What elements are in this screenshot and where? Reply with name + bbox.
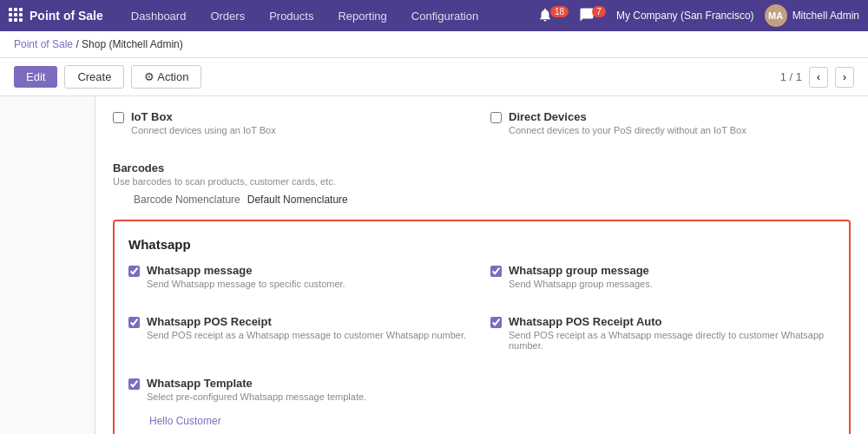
svg-rect-2 (19, 8, 23, 11)
svg-rect-7 (14, 18, 17, 22)
notifications-badge: 18 (550, 6, 569, 17)
main-navigation: Dashboard Orders Products Reporting Conf… (121, 4, 537, 28)
svg-rect-5 (19, 13, 23, 16)
whatsapp-heading: Whatsapp (128, 237, 835, 252)
user-name: Mitchell Admin (792, 10, 859, 22)
breadcrumb-current: Shop (Mitchell Admin) (82, 38, 183, 50)
user-avatar: MA (765, 4, 787, 27)
direct-devices-checkbox[interactable] (490, 112, 502, 123)
nav-products[interactable]: Products (259, 4, 324, 28)
whatsapp-row-2: Whatsapp POS Receipt Send POS receipt as… (128, 315, 835, 363)
whatsapp-group-item: Whatsapp group message Send Whatsapp gro… (490, 264, 835, 301)
whatsapp-pos-receipt-desc: Send POS receipt as a Whatsapp message t… (147, 330, 466, 340)
nav-orders[interactable]: Orders (200, 4, 255, 28)
pagination-label: 1 / 1 (780, 70, 802, 83)
hello-customer-link[interactable]: Hello Customer (149, 415, 221, 427)
whatsapp-pos-receipt-auto-item: Whatsapp POS Receipt Auto Send POS recei… (490, 315, 835, 363)
barcode-nomenclature-value: Default Nomenclature (247, 194, 348, 206)
breadcrumb-root[interactable]: Point of Sale (14, 38, 73, 50)
svg-rect-6 (9, 18, 12, 22)
toolbar: Edit Create ⚙ Action 1 / 1 ‹ › (0, 58, 868, 96)
direct-devices-row: Direct Devices Connect devices to your P… (490, 110, 851, 135)
whatsapp-group-label: Whatsapp group message (509, 264, 653, 277)
whatsapp-row-1: Whatsapp message Send Whatsapp message t… (128, 264, 835, 301)
barcodes-section: Barcodes Use barcodes to scan products, … (113, 161, 851, 206)
iot-section: IoT Box Connect devices using an IoT Box… (113, 110, 851, 148)
breadcrumb: Point of Sale / Shop (Mitchell Admin) (0, 31, 868, 58)
barcode-nomenclature-label: Barcode Nomenclature (134, 194, 240, 206)
whatsapp-message-desc: Send Whatsapp message to specific custom… (147, 279, 345, 289)
whatsapp-section: Whatsapp Whatsapp message Send Whatsapp … (113, 220, 851, 434)
notifications-icon[interactable]: 18 (537, 7, 569, 25)
action-button[interactable]: ⚙ Action (131, 65, 201, 89)
direct-devices-desc: Connect devices to your PoS directly wit… (509, 125, 746, 135)
user-menu[interactable]: MA Mitchell Admin (765, 4, 859, 27)
left-sidebar (0, 96, 95, 434)
top-navigation: Point of Sale Dashboard Orders Products … (0, 0, 868, 31)
messages-icon[interactable]: 7 (579, 7, 606, 25)
svg-rect-1 (14, 8, 17, 11)
direct-devices-item: Direct Devices Connect devices to your P… (490, 110, 851, 148)
nav-reporting[interactable]: Reporting (327, 4, 397, 28)
whatsapp-pos-receipt-checkbox[interactable] (128, 317, 140, 328)
whatsapp-row-3: Whatsapp Template Select pre-configured … (128, 377, 835, 427)
prev-record-button[interactable]: ‹ (809, 67, 828, 88)
company-label: My Company (San Francisco) (616, 10, 754, 22)
svg-rect-4 (14, 13, 17, 16)
messages-badge: 7 (592, 6, 606, 17)
iot-box-item: IoT Box Connect devices using an IoT Box (113, 110, 473, 148)
svg-rect-3 (9, 13, 12, 16)
direct-devices-label: Direct Devices (509, 110, 746, 123)
whatsapp-group-desc: Send Whatsapp group messages. (509, 279, 653, 289)
barcodes-heading: Barcodes (113, 161, 851, 174)
iot-box-row: IoT Box Connect devices using an IoT Box (113, 110, 473, 135)
whatsapp-pos-receipt-auto-checkbox[interactable] (490, 317, 502, 328)
iot-box-desc: Connect devices using an IoT Box (131, 125, 276, 135)
barcode-nomenclature-row: Barcode Nomenclature Default Nomenclatur… (134, 194, 851, 206)
whatsapp-message-label: Whatsapp message (147, 264, 345, 277)
whatsapp-row-3-right (490, 377, 835, 427)
topbar-right: 18 7 My Company (San Francisco) MA Mitch… (537, 4, 859, 27)
whatsapp-group-checkbox[interactable] (490, 266, 502, 277)
main-content: IoT Box Connect devices using an IoT Box… (0, 96, 868, 434)
whatsapp-message-item: Whatsapp message Send Whatsapp message t… (128, 264, 473, 301)
whatsapp-template-item: Whatsapp Template Select pre-configured … (128, 377, 473, 427)
whatsapp-pos-receipt-item: Whatsapp POS Receipt Send POS receipt as… (128, 315, 473, 363)
whatsapp-pos-receipt-auto-desc: Send POS receipt as a Whatsapp message d… (509, 330, 835, 351)
grid-icon (9, 8, 23, 24)
form-content: IoT Box Connect devices using an IoT Box… (95, 96, 868, 434)
barcodes-desc: Use barcodes to scan products, customer … (113, 176, 851, 187)
svg-rect-8 (19, 18, 23, 22)
next-record-button[interactable]: › (835, 67, 854, 88)
whatsapp-template-label: Whatsapp Template (147, 377, 366, 390)
whatsapp-template-desc: Select pre-configured Whatsapp message t… (147, 391, 366, 402)
app-name-label: Point of Sale (30, 9, 103, 23)
nav-dashboard[interactable]: Dashboard (121, 4, 197, 28)
whatsapp-message-checkbox[interactable] (128, 266, 140, 277)
create-button[interactable]: Create (64, 65, 124, 89)
whatsapp-pos-receipt-label: Whatsapp POS Receipt (147, 315, 466, 328)
whatsapp-template-checkbox[interactable] (128, 378, 140, 390)
nav-configuration[interactable]: Configuration (401, 4, 489, 28)
iot-box-checkbox[interactable] (113, 112, 124, 123)
pagination-area: 1 / 1 ‹ › (780, 67, 854, 88)
iot-box-label: IoT Box (131, 110, 276, 123)
edit-button[interactable]: Edit (14, 66, 57, 88)
whatsapp-pos-receipt-auto-label: Whatsapp POS Receipt Auto (509, 315, 835, 328)
svg-rect-0 (9, 8, 12, 11)
app-title[interactable]: Point of Sale (9, 8, 103, 24)
